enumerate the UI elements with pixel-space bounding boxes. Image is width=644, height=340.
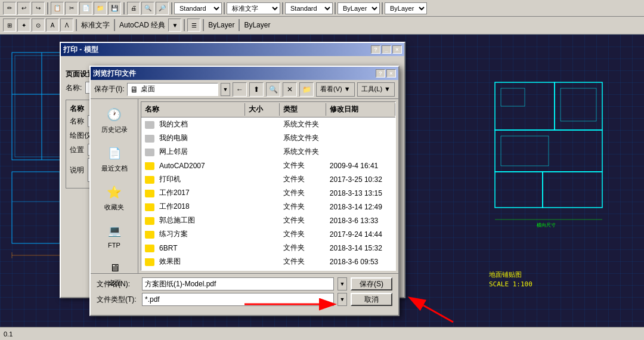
toolbar-delete-btn[interactable]: ✕: [283, 82, 297, 97]
file-list-item[interactable]: 工作2017文件夹2018-3-13 13:15: [141, 186, 395, 200]
file-name-cell: 练习方案: [141, 228, 245, 240]
toolbar-btn-2[interactable]: ↩: [17, 2, 30, 15]
dialog-close-btn[interactable]: ×: [392, 45, 402, 54]
file-list-item[interactable]: 6BRT文件夹2018-3-14 15:32: [141, 241, 395, 255]
toolbar-row2-btn-3[interactable]: ⊙: [32, 18, 45, 32]
toolbar-dropdown-text[interactable]: 标准文字: [227, 2, 280, 14]
toolbar-autocad-label: AutoCAD 经典: [119, 20, 165, 30]
file-list-item[interactable]: 网上邻居系统文件夹: [141, 145, 395, 159]
file-name-cell: 工作2017: [141, 187, 245, 199]
toolbar-btn-9[interactable]: 🔍: [141, 2, 154, 15]
toolbar-view-btn[interactable]: 看看(V) ▼: [316, 82, 355, 97]
svg-rect-16: [495, 172, 543, 208]
toolbar-btn-4[interactable]: 📋: [51, 2, 64, 15]
printer-label: 名称: [70, 116, 84, 126]
toolbar-row2-btn-6[interactable]: ▼: [168, 18, 181, 32]
file-list-item[interactable]: 我的电脑系统文件夹: [141, 131, 395, 145]
file-size-cell: [245, 165, 280, 166]
size-label: 位置: [70, 145, 84, 155]
dialog-help-btn[interactable]: ?: [371, 45, 380, 54]
sidebar-history[interactable]: 🕐 历史记录: [94, 103, 135, 137]
col-modified[interactable]: 修改日期: [326, 103, 395, 116]
file-date-cell: 2018-3-14 15:32: [326, 243, 395, 253]
toolbar-dropdown-layer[interactable]: ByLayer: [338, 2, 380, 14]
file-date-cell: 2009-9-4 16:41: [326, 161, 395, 171]
folder-icon: [145, 190, 154, 197]
toolbar-dropdown-standard[interactable]: Standard: [174, 2, 222, 14]
toolbar-up-btn[interactable]: ⬆: [249, 82, 264, 97]
toolbar-separator-2: [123, 2, 125, 14]
toolbar-btn-6[interactable]: 📄: [79, 2, 92, 15]
file-list-item[interactable]: 打印机文件夹2017-3-25 10:32: [141, 172, 395, 186]
coord-display: 0.1: [4, 330, 13, 338]
toolbar-row2-btn-4[interactable]: A: [46, 18, 59, 32]
toolbar-btn-3[interactable]: ↪: [32, 2, 45, 15]
toolbar-btn-10[interactable]: 🔎: [156, 2, 169, 15]
cancel-button[interactable]: 取消: [351, 293, 392, 306]
file-size-cell: [245, 261, 280, 262]
toolbar-separator-4: [224, 2, 225, 14]
file-dialog-title: 浏览打印文件: [93, 69, 136, 79]
file-list-item[interactable]: 效果图文件夹2018-3-6 09:53: [141, 255, 395, 268]
toolbar-row2-btn-2[interactable]: ✦: [17, 18, 30, 32]
sidebar-favorites[interactable]: ⭐ 收藏夹: [94, 180, 135, 214]
recent-label: 最近文档: [101, 164, 128, 173]
filetype-input[interactable]: [142, 293, 334, 306]
file-list-item[interactable]: 星河湾施工图文件夹2017-8-4 16:24: [141, 268, 395, 271]
toolbar-btn-5[interactable]: ✂: [65, 2, 78, 15]
file-type-cell: 文件夹: [280, 174, 326, 185]
file-list-item[interactable]: 郭总施工图文件夹2018-3-6 13:33: [141, 214, 395, 227]
file-dialog[interactable]: 浏览打印文件 ? × 保存于(I): 🖥 桌面 ▼ ← ⬆ 🔍 ✕ 📁 看看(V…: [89, 66, 400, 316]
file-list-item[interactable]: 工作2018文件夹2018-3-14 12:49: [141, 200, 395, 214]
toolbar-back-btn[interactable]: ←: [233, 82, 247, 97]
file-dialog-help-btn[interactable]: ?: [376, 69, 385, 78]
toolbar-row2-btn-1[interactable]: ⊞: [3, 18, 16, 32]
dialog-minimize-btn[interactable]: _: [382, 45, 391, 54]
history-icon: 🕐: [105, 105, 124, 124]
file-date-cell: 2018-3-6 09:53: [326, 257, 395, 267]
toolbar-dropdown-layer2[interactable]: ByLayer: [385, 2, 427, 14]
folder-icon: [145, 162, 154, 170]
toolbar-newfolder-btn[interactable]: 📁: [299, 82, 314, 97]
favorites-icon: ⭐: [105, 183, 124, 202]
file-type-cell: 文件夹: [280, 270, 326, 271]
fd-list-header: 名称 大小 类型 修改日期: [141, 102, 395, 118]
sidebar-recent[interactable]: 📄 最近文档: [94, 141, 135, 175]
filename-arrow[interactable]: ▼: [338, 277, 347, 290]
file-list-item[interactable]: AutoCAD2007文件夹2009-9-4 16:41: [141, 159, 395, 172]
file-dialog-toolbar: 保存于(I): 🖥 桌面 ▼ ← ⬆ 🔍 ✕ 📁 看看(V) ▼ 工具(L) ▼: [91, 80, 398, 99]
toolbar-btn-print[interactable]: 🖨: [127, 2, 140, 15]
path-combo-arrow[interactable]: ▼: [221, 83, 230, 96]
col-name[interactable]: 名称: [141, 103, 245, 116]
file-size-cell: [245, 234, 280, 235]
file-dialog-titlebar: 浏览打印文件 ? ×: [91, 67, 398, 80]
filename-row: 文件名(N): ▼ 保存(S): [97, 277, 392, 290]
fd-file-list[interactable]: 名称 大小 类型 修改日期 我的文档系统文件夹我的电脑系统文件夹网上邻居系统文件…: [141, 101, 396, 271]
file-type-cell: 系统文件夹: [280, 146, 326, 157]
save-button[interactable]: 保存(S): [351, 277, 392, 290]
filetype-arrow[interactable]: ▼: [338, 293, 347, 306]
file-name-cell: 网上邻居: [141, 146, 245, 157]
toolbar-btn-1[interactable]: ✏: [3, 2, 16, 15]
file-dialog-close-btn[interactable]: ×: [386, 69, 396, 78]
file-list-item[interactable]: 练习方案文件夹2017-9-24 14:44: [141, 227, 395, 241]
toolbar-row2-btn-layer[interactable]: ☰: [187, 18, 200, 32]
toolbar-row2-btn-5[interactable]: Λ: [60, 18, 73, 32]
filename-input[interactable]: [142, 277, 334, 290]
print-dialog-titlebar: 打印 - 模型 ? _ ×: [61, 43, 404, 56]
right-floor-plan: 横向尺寸: [489, 76, 632, 267]
drawing-label: 绘图仪: [70, 131, 91, 141]
toolbar-tools-btn[interactable]: 工具(L) ▼: [357, 82, 395, 97]
sidebar-ftp[interactable]: 💻 FTP: [94, 219, 135, 251]
toolbar-btn-8[interactable]: 💾: [108, 2, 121, 15]
col-size[interactable]: 大小: [245, 103, 280, 116]
file-list-item[interactable]: 我的文档系统文件夹: [141, 118, 395, 131]
toolbar-btn-7[interactable]: 📁: [94, 2, 107, 15]
fd-body: 🕐 历史记录 📄 最近文档 ⭐ 收藏夹 💻 FTP 🖥 桌面: [91, 99, 398, 273]
path-combo[interactable]: 🖥 桌面: [127, 83, 218, 96]
history-label: 历史记录: [101, 125, 128, 134]
toolbar-search-btn[interactable]: 🔍: [266, 82, 280, 97]
col-type[interactable]: 类型: [280, 103, 326, 116]
toolbar-dropdown-standard2[interactable]: Standard: [285, 2, 333, 14]
file-name-cell: 我的电脑: [141, 132, 245, 144]
